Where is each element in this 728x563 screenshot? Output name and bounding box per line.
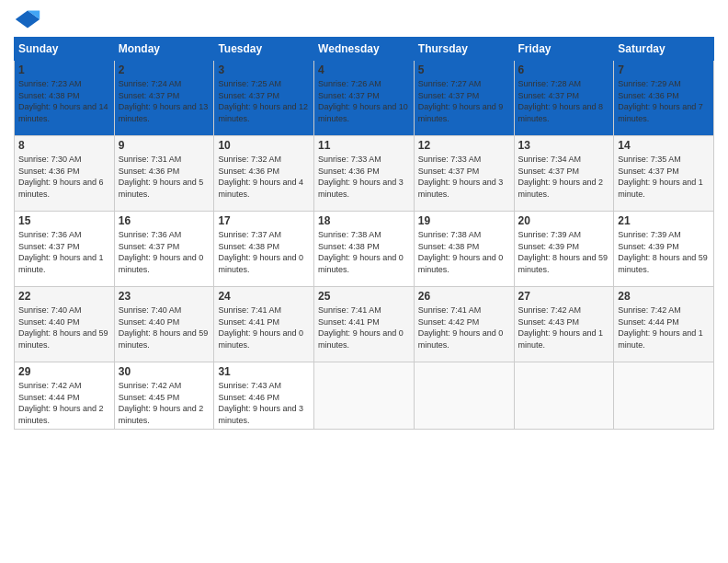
table-row: 17Sunrise: 7:37 AMSunset: 4:38 PMDayligh… [214, 212, 314, 287]
table-row: 1Sunrise: 7:23 AMSunset: 4:38 PMDaylight… [15, 61, 115, 136]
table-row: 23Sunrise: 7:40 AMSunset: 4:40 PMDayligh… [114, 287, 214, 362]
day-info: Sunrise: 7:39 AMSunset: 4:39 PMDaylight:… [518, 229, 610, 275]
day-number: 18 [318, 214, 410, 227]
table-row: 13Sunrise: 7:34 AMSunset: 4:37 PMDayligh… [514, 136, 614, 212]
day-info: Sunrise: 7:37 AMSunset: 4:38 PMDaylight:… [218, 229, 310, 275]
col-tuesday: Tuesday [214, 38, 314, 61]
day-number: 12 [418, 139, 510, 152]
day-number: 10 [218, 139, 310, 152]
day-number: 16 [119, 214, 210, 227]
day-number: 22 [18, 290, 110, 303]
day-number: 6 [518, 63, 610, 76]
day-info: Sunrise: 7:42 AMSunset: 4:45 PMDaylight:… [119, 380, 210, 426]
table-row: 31Sunrise: 7:43 AMSunset: 4:46 PMDayligh… [214, 362, 314, 430]
table-row: 27Sunrise: 7:42 AMSunset: 4:43 PMDayligh… [514, 287, 614, 362]
day-info: Sunrise: 7:31 AMSunset: 4:36 PMDaylight:… [119, 154, 210, 200]
logo [14, 9, 45, 29]
day-number: 15 [18, 214, 110, 227]
day-info: Sunrise: 7:24 AMSunset: 4:37 PMDaylight:… [119, 78, 210, 124]
table-row: 22Sunrise: 7:40 AMSunset: 4:40 PMDayligh… [15, 287, 115, 362]
table-row [414, 362, 514, 430]
col-wednesday: Wednesday [314, 38, 415, 61]
table-row: 10Sunrise: 7:32 AMSunset: 4:36 PMDayligh… [214, 136, 314, 212]
day-number: 9 [119, 139, 210, 152]
day-number: 13 [518, 139, 610, 152]
table-row: 21Sunrise: 7:39 AMSunset: 4:39 PMDayligh… [614, 212, 714, 287]
day-number: 24 [218, 290, 310, 303]
day-info: Sunrise: 7:41 AMSunset: 4:42 PMDaylight:… [418, 304, 510, 350]
day-info: Sunrise: 7:42 AMSunset: 4:44 PMDaylight:… [618, 304, 710, 350]
calendar-week-row: 8Sunrise: 7:30 AMSunset: 4:36 PMDaylight… [15, 136, 714, 212]
table-row: 14Sunrise: 7:35 AMSunset: 4:37 PMDayligh… [614, 136, 714, 212]
table-row: 29Sunrise: 7:42 AMSunset: 4:44 PMDayligh… [15, 362, 115, 430]
day-number: 17 [218, 214, 310, 227]
day-number: 5 [418, 63, 510, 76]
day-info: Sunrise: 7:29 AMSunset: 4:36 PMDaylight:… [618, 78, 710, 124]
table-row: 8Sunrise: 7:30 AMSunset: 4:36 PMDaylight… [15, 136, 115, 212]
table-row: 11Sunrise: 7:33 AMSunset: 4:36 PMDayligh… [314, 136, 415, 212]
day-number: 8 [18, 139, 110, 152]
table-row: 6Sunrise: 7:28 AMSunset: 4:37 PMDaylight… [514, 61, 614, 136]
day-number: 23 [119, 290, 210, 303]
day-info: Sunrise: 7:41 AMSunset: 4:41 PMDaylight:… [318, 304, 410, 350]
page-container: Sunday Monday Tuesday Wednesday Thursday… [0, 0, 728, 439]
col-saturday: Saturday [614, 38, 714, 61]
col-friday: Friday [514, 38, 614, 61]
day-number: 21 [618, 214, 710, 227]
table-row: 20Sunrise: 7:39 AMSunset: 4:39 PMDayligh… [514, 212, 614, 287]
calendar-week-row: 1Sunrise: 7:23 AMSunset: 4:38 PMDaylight… [15, 61, 714, 136]
table-row [514, 362, 614, 430]
day-info: Sunrise: 7:41 AMSunset: 4:41 PMDaylight:… [218, 304, 310, 350]
day-info: Sunrise: 7:32 AMSunset: 4:36 PMDaylight:… [218, 154, 310, 200]
col-thursday: Thursday [414, 38, 514, 61]
table-row: 12Sunrise: 7:33 AMSunset: 4:37 PMDayligh… [414, 136, 514, 212]
day-number: 29 [18, 365, 110, 378]
table-row: 25Sunrise: 7:41 AMSunset: 4:41 PMDayligh… [314, 287, 415, 362]
table-row: 7Sunrise: 7:29 AMSunset: 4:36 PMDaylight… [614, 61, 714, 136]
calendar-week-row: 15Sunrise: 7:36 AMSunset: 4:37 PMDayligh… [15, 212, 714, 287]
col-monday: Monday [114, 38, 214, 61]
table-row: 5Sunrise: 7:27 AMSunset: 4:37 PMDaylight… [414, 61, 514, 136]
day-info: Sunrise: 7:43 AMSunset: 4:46 PMDaylight:… [218, 380, 310, 426]
day-number: 31 [218, 365, 310, 378]
day-number: 20 [518, 214, 610, 227]
day-number: 19 [418, 214, 510, 227]
day-info: Sunrise: 7:38 AMSunset: 4:38 PMDaylight:… [318, 229, 410, 275]
calendar-week-row: 29Sunrise: 7:42 AMSunset: 4:44 PMDayligh… [15, 362, 714, 430]
table-row: 9Sunrise: 7:31 AMSunset: 4:36 PMDaylight… [114, 136, 214, 212]
calendar-header-row: Sunday Monday Tuesday Wednesday Thursday… [15, 38, 714, 61]
day-info: Sunrise: 7:25 AMSunset: 4:37 PMDaylight:… [218, 78, 310, 124]
day-info: Sunrise: 7:33 AMSunset: 4:36 PMDaylight:… [318, 154, 410, 200]
day-info: Sunrise: 7:42 AMSunset: 4:43 PMDaylight:… [518, 304, 610, 350]
day-info: Sunrise: 7:40 AMSunset: 4:40 PMDaylight:… [18, 304, 110, 350]
table-row: 15Sunrise: 7:36 AMSunset: 4:37 PMDayligh… [15, 212, 115, 287]
day-info: Sunrise: 7:40 AMSunset: 4:40 PMDaylight:… [119, 304, 210, 350]
day-info: Sunrise: 7:33 AMSunset: 4:37 PMDaylight:… [418, 154, 510, 200]
day-info: Sunrise: 7:27 AMSunset: 4:37 PMDaylight:… [418, 78, 510, 124]
day-number: 27 [518, 290, 610, 303]
day-number: 7 [618, 63, 710, 76]
logo-icon [14, 9, 41, 29]
day-number: 1 [18, 63, 110, 76]
day-number: 26 [418, 290, 510, 303]
day-number: 28 [618, 290, 710, 303]
table-row: 3Sunrise: 7:25 AMSunset: 4:37 PMDaylight… [214, 61, 314, 136]
table-row [314, 362, 415, 430]
table-row: 30Sunrise: 7:42 AMSunset: 4:45 PMDayligh… [114, 362, 214, 430]
table-row: 16Sunrise: 7:36 AMSunset: 4:37 PMDayligh… [114, 212, 214, 287]
day-number: 2 [119, 63, 210, 76]
day-number: 30 [119, 365, 210, 378]
day-number: 14 [618, 139, 710, 152]
col-sunday: Sunday [15, 38, 115, 61]
table-row: 24Sunrise: 7:41 AMSunset: 4:41 PMDayligh… [214, 287, 314, 362]
day-info: Sunrise: 7:23 AMSunset: 4:38 PMDaylight:… [18, 78, 110, 124]
header [14, 9, 714, 29]
day-number: 25 [318, 290, 410, 303]
day-info: Sunrise: 7:26 AMSunset: 4:37 PMDaylight:… [318, 78, 410, 124]
table-row: 18Sunrise: 7:38 AMSunset: 4:38 PMDayligh… [314, 212, 415, 287]
table-row: 4Sunrise: 7:26 AMSunset: 4:37 PMDaylight… [314, 61, 415, 136]
table-row: 28Sunrise: 7:42 AMSunset: 4:44 PMDayligh… [614, 287, 714, 362]
day-number: 4 [318, 63, 410, 76]
calendar-table: Sunday Monday Tuesday Wednesday Thursday… [14, 37, 714, 430]
day-number: 3 [218, 63, 310, 76]
